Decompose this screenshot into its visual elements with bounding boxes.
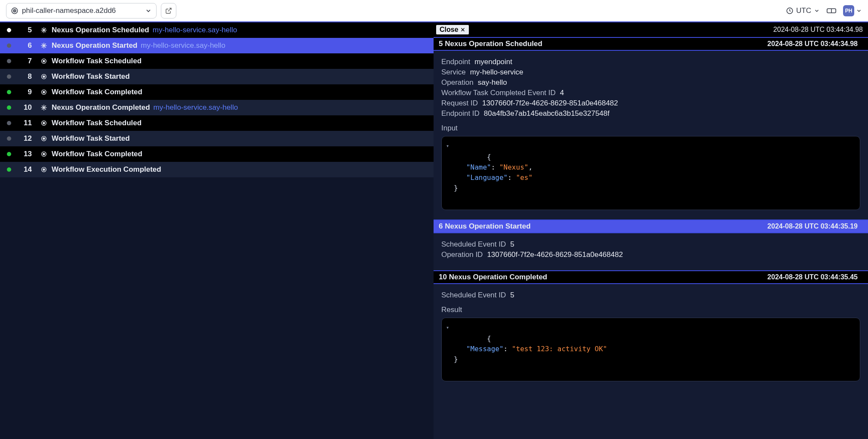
timeline-dot bbox=[7, 167, 11, 172]
field-key: Service bbox=[441, 68, 466, 77]
chevron-down-icon: ▾ bbox=[446, 324, 449, 331]
timeline-dot bbox=[7, 74, 11, 79]
svg-point-20 bbox=[43, 91, 45, 93]
chevron-down-icon bbox=[814, 8, 820, 14]
event-id: 7 bbox=[17, 57, 32, 65]
event-name: Workflow Task Scheduled bbox=[52, 119, 142, 127]
event-row[interactable]: 5Nexus Operation Scheduledmy-hello-servi… bbox=[0, 22, 434, 38]
event-row[interactable]: 14Workflow Execution Completed bbox=[0, 162, 434, 177]
event-id: 12 bbox=[17, 134, 32, 143]
detail-field: Scheduled Event ID5 bbox=[441, 291, 860, 300]
event-name: Nexus Operation Completed bbox=[52, 103, 150, 112]
event-tag: my-hello-service.say-hello bbox=[141, 41, 225, 50]
detail-field: Request ID1307660f-7f2e-4626-8629-851a0e… bbox=[441, 99, 860, 108]
workflow-icon bbox=[40, 166, 48, 173]
event-name: Workflow Task Scheduled bbox=[52, 57, 142, 65]
svg-point-26 bbox=[43, 122, 45, 124]
event-row[interactable]: 9Workflow Task Completed bbox=[0, 84, 434, 100]
timestamp: 2024-08-28 UTC 03:44:34.98 bbox=[767, 40, 863, 48]
event-name: Workflow Task Started bbox=[52, 72, 130, 81]
event-row[interactable]: 8Workflow Task Started bbox=[0, 69, 434, 84]
user-menu[interactable]: PH bbox=[843, 5, 862, 16]
nexus-icon bbox=[40, 42, 48, 49]
detail-field: Endpointmyendpoint bbox=[441, 58, 860, 66]
event-row[interactable]: 12Workflow Task Started bbox=[0, 131, 434, 146]
svg-point-30 bbox=[43, 153, 45, 155]
svg-point-28 bbox=[43, 138, 45, 139]
event-id: 9 bbox=[17, 88, 32, 96]
event-tag: my-hello-service.say-hello bbox=[153, 26, 237, 34]
event-details-panel: Close 2024-08-28 UTC 03:44:34.98 5 Nexus… bbox=[434, 22, 868, 439]
nexus-icon bbox=[40, 27, 48, 34]
field-key: Operation bbox=[441, 78, 474, 87]
event-row[interactable]: 6Nexus Operation Startedmy-hello-service… bbox=[0, 38, 434, 53]
svg-point-32 bbox=[43, 169, 45, 170]
event-row[interactable]: 11Workflow Task Scheduled bbox=[0, 115, 434, 131]
event-row[interactable]: 7Workflow Task Scheduled bbox=[0, 53, 434, 69]
timeline-dot bbox=[7, 90, 11, 94]
detail-field: Endpoint ID80a4fb3e7ab145eabc6a3b15e3275… bbox=[441, 109, 860, 118]
event-tag: my-hello-service.say-hello bbox=[154, 103, 238, 112]
field-value: say-hello bbox=[478, 78, 507, 87]
clock-icon bbox=[786, 7, 794, 15]
detail-field: Operation ID1307660f-7f2e-4626-8629-851a… bbox=[441, 250, 860, 259]
input-json-block[interactable]: ▾{ "Name": "Nexus", "Language": "es" } bbox=[441, 136, 860, 210]
namespace-text: phil-caller-namespace.a2dd6 bbox=[22, 6, 142, 15]
event-id: 13 bbox=[17, 150, 32, 158]
detail-header-completed[interactable]: 10 Nexus Operation Completed 2024-08-28 … bbox=[434, 270, 868, 284]
field-value: myendpoint bbox=[474, 58, 512, 66]
event-row[interactable]: 13Workflow Task Completed bbox=[0, 146, 434, 162]
detail-field: Scheduled Event ID5 bbox=[441, 240, 860, 249]
event-name: Nexus Operation Scheduled bbox=[52, 26, 149, 34]
svg-point-16 bbox=[43, 60, 45, 62]
detail-header-started[interactable]: 6 Nexus Operation Started 2024-08-28 UTC… bbox=[434, 220, 868, 233]
timezone-button[interactable]: UTC bbox=[786, 6, 820, 15]
timezone-label: UTC bbox=[796, 6, 811, 15]
field-value: 5 bbox=[510, 240, 514, 249]
field-value: 4 bbox=[560, 89, 564, 97]
event-id: 6 bbox=[17, 41, 32, 50]
namespace-selector[interactable]: phil-caller-namespace.a2dd6 bbox=[6, 3, 157, 19]
open-external-button[interactable] bbox=[161, 3, 176, 19]
field-key: Request ID bbox=[441, 99, 478, 108]
workflow-icon bbox=[40, 151, 48, 158]
svg-point-18 bbox=[43, 76, 45, 77]
svg-line-3 bbox=[168, 8, 171, 11]
nexus-icon bbox=[40, 104, 48, 111]
target-icon bbox=[11, 7, 18, 15]
event-row[interactable]: 10Nexus Operation Completedmy-hello-serv… bbox=[0, 100, 434, 115]
detail-body-completed: Scheduled Event ID5 Result ▾{ "Message":… bbox=[434, 284, 868, 439]
avatar: PH bbox=[843, 5, 854, 16]
result-label: Result bbox=[441, 306, 860, 314]
detail-close-bar: Close 2024-08-28 UTC 03:44:34.98 bbox=[434, 22, 868, 37]
timeline-dot bbox=[7, 136, 11, 141]
timestamp: 2024-08-28 UTC 03:44:35.19 bbox=[767, 223, 863, 230]
event-name: Workflow Task Completed bbox=[52, 88, 142, 96]
topbar: phil-caller-namespace.a2dd6 UTC PH bbox=[0, 0, 868, 22]
detail-header-scheduled[interactable]: 5 Nexus Operation Scheduled 2024-08-28 U… bbox=[434, 37, 868, 51]
timeline-dot bbox=[7, 59, 11, 63]
close-button[interactable]: Close bbox=[436, 25, 469, 34]
field-key: Endpoint bbox=[441, 58, 470, 66]
labs-button[interactable] bbox=[827, 7, 836, 15]
field-key: Endpoint ID bbox=[441, 109, 480, 118]
timestamp: 2024-08-28 UTC 03:44:34.98 bbox=[773, 26, 868, 34]
workflow-icon bbox=[40, 89, 48, 96]
detail-field: Workflow Task Completed Event ID4 bbox=[441, 89, 860, 97]
field-value: 1307660f-7f2e-4626-8629-851a0e468482 bbox=[487, 250, 623, 259]
event-id: 14 bbox=[17, 165, 32, 174]
field-key: Operation ID bbox=[441, 250, 483, 259]
timeline-dot bbox=[7, 28, 11, 32]
close-icon bbox=[460, 27, 465, 32]
event-history-panel: 5Nexus Operation Scheduledmy-hello-servi… bbox=[0, 22, 434, 439]
result-json-block[interactable]: ▾{ "Message": "test 123: activity OK" } bbox=[441, 318, 860, 381]
timeline-dot bbox=[7, 152, 11, 156]
timeline-dot bbox=[7, 121, 11, 125]
event-id: 11 bbox=[17, 119, 32, 127]
event-id: 8 bbox=[17, 72, 32, 81]
detail-field: Operationsay-hello bbox=[441, 78, 860, 87]
timeline-dot bbox=[7, 105, 11, 110]
field-value: my-hello-service bbox=[470, 68, 523, 77]
event-id: 5 bbox=[17, 26, 32, 34]
input-label: Input bbox=[441, 124, 860, 133]
